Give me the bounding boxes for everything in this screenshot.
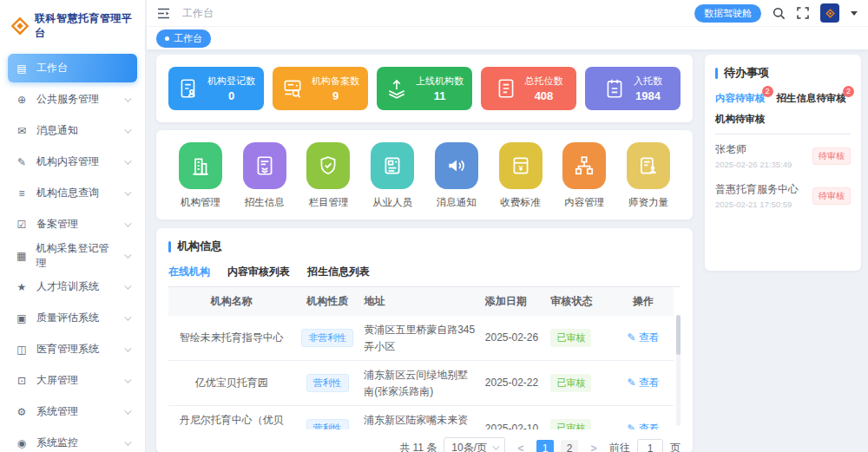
chevron-down-icon: [124, 313, 131, 320]
app-logo: 联科智慧托育管理平台: [0, 0, 145, 49]
sidebar-item-talent-training[interactable]: ★ 人才培训系统: [8, 272, 137, 301]
todo-list-item[interactable]: 张老师 2025-02-26 21:35:49 待审核: [715, 134, 851, 174]
chevron-down-icon: [124, 95, 131, 102]
todo-item-time: 2025-02-26 21:35:49: [715, 160, 792, 169]
sitemap-icon: [562, 142, 606, 189]
chevron-down-icon: [492, 442, 499, 449]
page-unit-label: 页: [670, 441, 681, 452]
window-icon: ◫: [16, 344, 28, 356]
quick-content-manage[interactable]: 内容管理: [557, 142, 611, 209]
grid-list-icon: ▦: [16, 250, 27, 262]
page-button-1[interactable]: 1: [536, 440, 554, 452]
cell-name: 丹尼尔托育中心（优贝佳）: [168, 406, 295, 429]
stat-label: 入托数: [634, 75, 662, 88]
user-menu-caret-icon[interactable]: [851, 11, 858, 16]
fullscreen-icon[interactable]: [797, 7, 809, 19]
tab-workbench[interactable]: 工作台: [156, 29, 211, 48]
quick-institution-manage[interactable]: 机构管理: [174, 142, 227, 209]
chevron-down-icon: [124, 438, 131, 445]
goto-page-input[interactable]: [637, 439, 663, 452]
quick-label: 招生信息: [245, 196, 285, 209]
count-badge: 2: [843, 86, 854, 97]
tab-admission-info-list[interactable]: 招生信息列表: [307, 265, 370, 279]
tab-online-institutions[interactable]: 在线机构: [168, 265, 210, 279]
quick-fee-standard[interactable]: ¥ 收费标准: [494, 142, 548, 209]
view-link[interactable]: ✎ 查看: [627, 331, 659, 344]
institutions-table: 机构名称 机构性质 地址 添加日期 审核状态 操作 智绘未来托育指导中心 非营利…: [168, 287, 674, 429]
tab-content-pending[interactable]: 内容待审核 2: [715, 92, 766, 105]
sidebar-item-system-monitor[interactable]: ◉ 系统监控: [8, 429, 137, 452]
svg-text:¥: ¥: [518, 164, 523, 173]
logo-diamond-icon: [10, 16, 30, 36]
todo-list-item[interactable]: 普惠托育服务中心 2025-02-21 17:50:59 待审核: [715, 174, 851, 214]
view-link[interactable]: ✎ 查看: [627, 423, 659, 429]
tab-institution-pending[interactable]: 机构待审核: [715, 113, 766, 126]
sidebar: 联科智慧托育管理平台 ▤ 工作台 ⊕ 公共服务管理 ✉ 消息通知 ✎ 机构内容管…: [0, 0, 146, 452]
col-nature: 机构性质: [295, 287, 361, 316]
stat-card-registered: 机构登记数 0: [168, 67, 264, 110]
stat-card-enrolled: 入托数 1984: [585, 67, 681, 110]
sidebar-item-content-manage[interactable]: ✎ 机构内容管理: [8, 147, 137, 176]
pending-badge: 待审核: [812, 187, 851, 205]
quick-notifications[interactable]: 消息通知: [430, 142, 483, 209]
institutions-title: 机构信息: [177, 239, 222, 254]
quick-teacher-resources[interactable]: 师资力量: [621, 142, 675, 209]
page-size-select[interactable]: 10条/页: [444, 437, 505, 452]
sidebar-item-system-manage[interactable]: ⚙ 系统管理: [8, 397, 137, 426]
cell-name: 亿优宝贝托育园: [168, 361, 295, 406]
stat-value: 408: [535, 89, 554, 102]
tab-admission-pending[interactable]: 招生信息待审核 2: [777, 92, 847, 105]
next-page-button[interactable]: >: [585, 440, 602, 452]
checkbox-icon: ☑: [16, 219, 28, 231]
stat-label: 机构登记数: [207, 75, 255, 88]
stat-value: 0: [228, 89, 234, 102]
sidebar-item-big-screen[interactable]: ⊡ 大屏管理: [8, 366, 137, 395]
data-cockpit-button[interactable]: 数据驾驶舱: [694, 4, 761, 23]
sidebar-item-public-service[interactable]: ⊕ 公共服务管理: [8, 85, 137, 114]
quick-staff[interactable]: 从业人员: [365, 142, 419, 209]
sidebar-item-quality-eval[interactable]: ▣ 质量评估系统: [8, 304, 137, 332]
search-icon[interactable]: [773, 7, 786, 20]
sidebar-item-filing-manage[interactable]: ☑ 备案管理: [8, 210, 137, 239]
col-address: 地址: [360, 287, 482, 316]
clipboard-icon: [603, 77, 626, 100]
chevron-down-icon: [124, 219, 131, 226]
building-icon: [179, 142, 222, 189]
sidebar-item-label: 系统管理: [36, 404, 78, 419]
sidebar-item-label: 工作台: [36, 61, 68, 75]
sidebar-item-medical-care[interactable]: ◫ 医育管理系统: [8, 335, 137, 364]
cell-date: 2025-02-10: [482, 406, 548, 429]
stat-value: 9: [332, 89, 339, 102]
view-link[interactable]: ✎ 查看: [627, 377, 659, 389]
stat-value: 1984: [635, 89, 661, 102]
quick-actions-panel: 机构管理 招生信息 栏目管理: [156, 130, 693, 219]
page-button-2[interactable]: 2: [561, 440, 578, 452]
chevron-down-icon: [124, 344, 131, 351]
prev-page-button[interactable]: <: [512, 440, 529, 452]
cell-address: 浦东新区云间绿地别墅南(张家浜路南): [360, 361, 482, 406]
table-row: 丹尼尔托育中心（优贝佳） 营利性 浦东新区陆家嘴未来资产大厦(陆家嘴环路) 20…: [168, 406, 674, 429]
user-avatar[interactable]: [820, 3, 839, 23]
title-accent-bar: [715, 68, 718, 79]
quick-column-manage[interactable]: 栏目管理: [301, 142, 355, 209]
sidebar-item-info-query[interactable]: ≡ 机构信息查询: [8, 179, 137, 207]
collapse-sidebar-icon[interactable]: [157, 8, 170, 19]
sidebar-item-label: 公共服务管理: [36, 92, 99, 107]
col-name: 机构名称: [168, 287, 295, 316]
sidebar-item-collection-registry[interactable]: ▦ 机构采集登记管理: [8, 241, 137, 270]
sidebar-item-notifications[interactable]: ✉ 消息通知: [8, 116, 137, 145]
tab-content-review-list[interactable]: 内容审核列表: [227, 265, 290, 279]
chevron-down-icon: [124, 282, 131, 289]
quick-label: 栏目管理: [308, 196, 348, 209]
monitor-icon: ⊡: [16, 375, 28, 387]
todo-title: 待办事项: [724, 65, 769, 81]
star-icon: ★: [16, 281, 28, 293]
chevron-down-icon: [124, 376, 131, 383]
nature-badge: 营利性: [306, 419, 349, 429]
col-action: 操作: [613, 287, 674, 316]
sidebar-item-workbench[interactable]: ▤ 工作台: [8, 54, 137, 82]
quick-admission-info[interactable]: 招生信息: [238, 142, 292, 209]
status-badge: 已审核: [550, 374, 591, 392]
quick-label: 收费标准: [501, 196, 541, 209]
table-scrollbar-thumb[interactable]: [676, 315, 681, 355]
